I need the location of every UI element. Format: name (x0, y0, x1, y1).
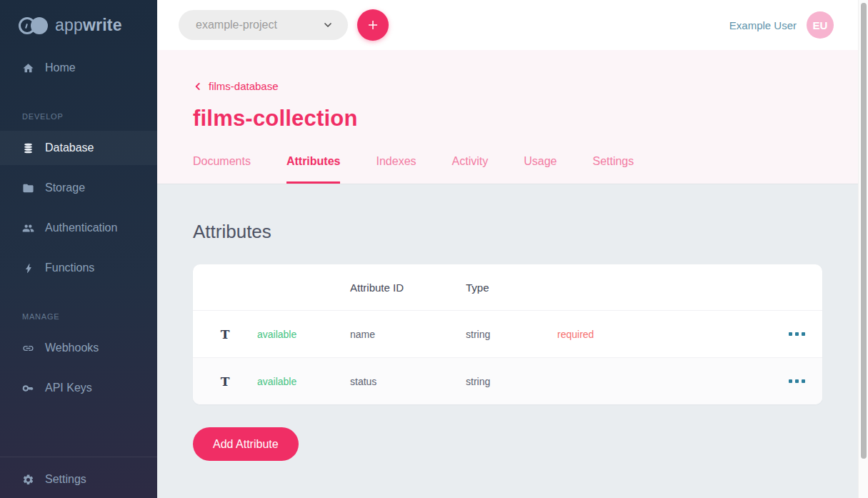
sidebar-section-develop: DEVELOP (22, 112, 157, 121)
sidebar-item-webhooks[interactable]: Webhooks (0, 331, 157, 365)
tab-usage[interactable]: Usage (524, 155, 557, 184)
tab-activity[interactable]: Activity (452, 155, 489, 184)
appwrite-logo-icon (19, 16, 49, 35)
sidebar-item-settings[interactable]: Settings (0, 461, 157, 498)
user-avatar[interactable]: EU (807, 11, 834, 39)
main-area: example-project Example User EU films-da… (157, 0, 858, 498)
sidebar-footer: Settings (0, 457, 157, 498)
tab-attributes[interactable]: Attributes (286, 155, 341, 184)
column-type: Type (466, 282, 557, 294)
sidebar-item-storage[interactable]: Storage (0, 171, 157, 205)
user-name-link[interactable]: Example User (729, 19, 797, 31)
sidebar-item-label: Database (45, 141, 94, 154)
home-icon (22, 62, 34, 74)
sidebar-item-label: Settings (45, 473, 86, 486)
required-badge: required (557, 329, 759, 340)
sidebar-item-database[interactable]: Database (0, 131, 157, 165)
row-actions-button[interactable] (789, 379, 822, 383)
table-row: T available name string required (193, 310, 822, 357)
sidebar-item-label: Home (45, 61, 76, 74)
sidebar-item-label: Storage (45, 181, 85, 194)
appwrite-logo: appwrite (0, 0, 157, 35)
users-icon (22, 222, 34, 234)
breadcrumb-label: films-database (209, 80, 279, 92)
sidebar-section-manage: MANAGE (22, 312, 157, 321)
gear-icon (22, 474, 34, 486)
string-type-icon: T (221, 327, 230, 342)
attributes-table: Attribute ID Type T available name strin… (193, 264, 822, 404)
row-actions-button[interactable] (789, 332, 822, 336)
type-cell: string (466, 329, 557, 340)
database-icon (22, 142, 34, 154)
string-type-icon: T (221, 374, 230, 389)
bolt-icon (22, 262, 34, 274)
sidebar: appwrite Home DEVELOP Database Storage A… (0, 0, 157, 498)
collection-header: films-database films-collection Document… (157, 50, 858, 184)
tab-documents[interactable]: Documents (193, 155, 251, 184)
ellipsis-icon (789, 332, 792, 336)
attributes-heading: Attributes (193, 221, 858, 243)
type-cell: string (466, 376, 557, 387)
attribute-id-cell: status (350, 376, 466, 387)
sidebar-item-home[interactable]: Home (0, 51, 157, 85)
chevron-left-icon (193, 81, 203, 91)
breadcrumb[interactable]: films-database (193, 80, 279, 92)
project-selector[interactable]: example-project (179, 10, 348, 40)
sidebar-item-api-keys[interactable]: API Keys (0, 371, 157, 405)
ellipsis-icon (789, 379, 792, 383)
attribute-id-cell: name (350, 329, 466, 340)
table-header-row: Attribute ID Type (193, 264, 822, 310)
sidebar-item-label: Functions (45, 262, 94, 274)
attributes-panel: Attributes Attribute ID Type T available… (157, 184, 858, 498)
key-icon (22, 382, 34, 394)
sidebar-item-label: Webhooks (45, 342, 99, 354)
scrollbar-thumb[interactable] (861, 3, 867, 459)
tab-settings[interactable]: Settings (592, 155, 634, 184)
add-attribute-button[interactable]: Add Attribute (193, 427, 299, 461)
page-title: films-collection (193, 106, 858, 131)
sidebar-item-authentication[interactable]: Authentication (0, 211, 157, 245)
topbar: example-project Example User EU (157, 0, 858, 50)
sidebar-item-label: Authentication (45, 221, 117, 234)
column-attribute-id: Attribute ID (350, 282, 466, 294)
add-project-button[interactable] (357, 9, 389, 41)
folder-icon (22, 182, 34, 194)
table-row: T available status string (193, 357, 822, 404)
collection-tabs: Documents Attributes Indexes Activity Us… (193, 155, 858, 184)
chevron-down-icon (322, 19, 334, 31)
plus-icon (366, 19, 379, 31)
tab-indexes[interactable]: Indexes (376, 155, 416, 184)
status-badge: available (257, 329, 350, 340)
sidebar-item-functions[interactable]: Functions (0, 251, 157, 285)
appwrite-logo-text: appwrite (55, 16, 122, 35)
topbar-user-area: Example User EU (729, 11, 834, 39)
vertical-scrollbar[interactable] (858, 0, 868, 498)
status-badge: available (257, 376, 350, 387)
sidebar-item-label: API Keys (45, 382, 92, 394)
project-selector-value: example-project (196, 19, 277, 31)
link-icon (22, 342, 34, 354)
